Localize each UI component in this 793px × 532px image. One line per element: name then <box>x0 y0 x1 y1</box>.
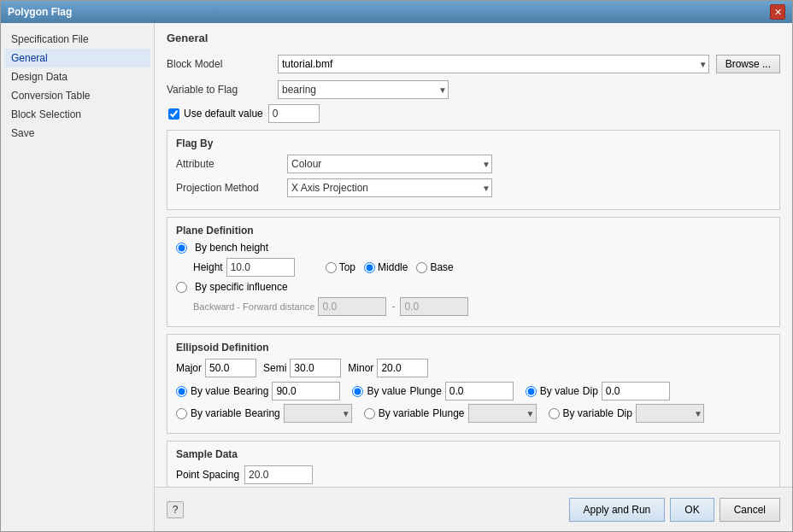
projection-method-select[interactable]: X Axis Projection <box>287 178 492 197</box>
ellipsoid-definition-title: Ellipsoid Definition <box>176 342 771 354</box>
by-specific-influence-row: By specific influence <box>176 281 771 293</box>
semi-field: Semi <box>263 359 341 377</box>
semi-input[interactable] <box>290 359 341 377</box>
bearing-by-variable-group: By variable Bearing ▼ <box>176 404 352 423</box>
bearing-by-value-label: By value <box>191 385 230 397</box>
plunge-by-value-radio[interactable] <box>352 386 363 397</box>
block-model-label: Block Model <box>167 58 278 70</box>
footer-bar: ? Apply and Run OK Cancel <box>155 487 792 531</box>
point-spacing-row: Point Spacing <box>176 465 771 484</box>
dip-label-2: Dip <box>617 407 632 419</box>
use-default-value-checkbox[interactable] <box>168 108 179 120</box>
plunge-by-variable-label: By variable <box>379 407 429 419</box>
height-input[interactable] <box>226 258 295 277</box>
dip-by-value-radio[interactable] <box>526 386 537 397</box>
flag-by-group: Flag By Attribute Colour ▼ Projection Me… <box>167 130 780 210</box>
minor-input[interactable] <box>377 359 428 377</box>
dip-variable-select[interactable] <box>636 404 704 423</box>
by-bench-height-radio[interactable] <box>176 243 187 254</box>
sidebar-item-conversion-table[interactable]: Conversion Table <box>4 86 150 105</box>
plunge-variable-select[interactable] <box>468 404 537 423</box>
bench-radios: Top Middle Base <box>326 261 454 273</box>
ok-button[interactable]: OK <box>670 498 714 522</box>
default-value-input[interactable] <box>268 104 320 123</box>
main-body: General Block Model tutorial.bmf ▼ Brows… <box>155 23 792 487</box>
by-bench-height-row: By bench height <box>176 242 771 254</box>
bearing-by-value-group: By value Bearing <box>176 382 340 400</box>
ellipsoid-major-row: Major Semi Minor <box>176 359 771 377</box>
plane-definition-group: Plane Definition By bench height Height … <box>167 217 780 327</box>
plunge-label: Plunge <box>409 385 441 397</box>
title-bar: Polygon Flag ✕ <box>1 1 792 23</box>
dip-by-value-group: By value Dip <box>526 382 670 400</box>
dash-separator: - <box>391 301 395 313</box>
variable-to-flag-label: Variable to Flag <box>167 84 278 96</box>
footer-buttons: Apply and Run OK Cancel <box>569 498 780 522</box>
block-model-input[interactable]: tutorial.bmf <box>278 55 709 73</box>
minor-field: Minor <box>348 359 428 377</box>
major-label: Major <box>176 362 202 374</box>
sidebar-item-design-data[interactable]: Design Data <box>4 67 150 86</box>
variable-to-flag-row: Variable to Flag bearing ▼ <box>167 80 780 99</box>
plunge-value-input[interactable] <box>445 382 514 400</box>
minor-label: Minor <box>348 362 373 374</box>
ellipsoid-definition-group: Ellipsoid Definition Major Semi Minor <box>167 334 780 434</box>
sidebar-item-specification-file[interactable]: Specification File <box>4 30 150 49</box>
plunge-by-variable-radio[interactable] <box>364 408 375 419</box>
attribute-select[interactable]: Colour <box>287 155 492 173</box>
dip-by-variable-group: By variable Dip ▼ <box>549 404 704 423</box>
plunge-by-value-label: By value <box>367 385 406 397</box>
backward-input[interactable] <box>318 297 386 316</box>
backward-forward-row: Backward - Forward distance - <box>176 297 771 316</box>
browse-button[interactable]: Browse ... <box>716 55 780 73</box>
main-content: General Block Model tutorial.bmf ▼ Brows… <box>155 23 792 531</box>
dip-value-input[interactable] <box>602 382 670 400</box>
top-radio-item: Top <box>326 261 355 273</box>
major-input[interactable] <box>205 359 256 377</box>
sample-data-title: Sample Data <box>176 448 771 460</box>
dip-by-variable-radio[interactable] <box>549 408 560 419</box>
bearing-by-variable-label: By variable <box>191 407 241 419</box>
base-label: Base <box>430 261 453 273</box>
window-title: Polygon Flag <box>8 6 72 18</box>
point-spacing-label: Point Spacing <box>176 469 239 481</box>
by-bench-height-label: By bench height <box>195 242 268 254</box>
bearing-label-2: Bearing <box>244 407 279 419</box>
plunge-by-variable-group: By variable Plunge ▼ <box>364 404 537 423</box>
cancel-button[interactable]: Cancel <box>720 498 780 522</box>
plane-definition-title: Plane Definition <box>176 225 771 237</box>
top-radio[interactable] <box>326 262 337 273</box>
apply-run-button[interactable]: Apply and Run <box>569 498 666 522</box>
sidebar-item-block-selection[interactable]: Block Selection <box>4 105 150 124</box>
attribute-row: Attribute Colour ▼ <box>176 155 771 173</box>
variable-to-flag-select[interactable]: bearing <box>278 80 449 99</box>
sidebar-item-save[interactable]: Save <box>4 124 150 143</box>
bearing-variable-select[interactable] <box>284 404 352 423</box>
point-spacing-input[interactable] <box>244 465 313 484</box>
bearing-by-variable-radio[interactable] <box>176 408 187 419</box>
section-title: General <box>167 32 780 46</box>
use-default-value-row: Use default value <box>168 104 780 123</box>
backward-forward-label: Backward - Forward distance <box>193 301 314 312</box>
height-label: Height <box>193 261 223 273</box>
help-button[interactable]: ? <box>167 501 184 518</box>
bearing-value-input[interactable] <box>272 382 340 400</box>
by-variable-row: By variable Bearing ▼ By variable Plunge <box>176 404 771 423</box>
close-button[interactable]: ✕ <box>770 4 785 20</box>
projection-method-label: Projection Method <box>176 182 287 194</box>
content-area: Specification File General Design Data C… <box>1 23 792 531</box>
by-specific-influence-radio[interactable] <box>176 282 187 293</box>
middle-radio[interactable] <box>364 262 375 273</box>
projection-method-row: Projection Method X Axis Projection ▼ <box>176 178 771 197</box>
base-radio[interactable] <box>416 262 427 273</box>
major-field: Major <box>176 359 256 377</box>
attribute-label: Attribute <box>176 158 287 170</box>
top-label: Top <box>339 261 355 273</box>
semi-label: Semi <box>263 362 286 374</box>
sidebar-item-general[interactable]: General <box>4 49 150 67</box>
forward-input[interactable] <box>400 297 468 316</box>
middle-label: Middle <box>378 261 408 273</box>
bearing-by-value-radio[interactable] <box>176 386 187 397</box>
by-specific-influence-label: By specific influence <box>195 281 288 293</box>
dip-by-value-label: By value <box>540 385 579 397</box>
